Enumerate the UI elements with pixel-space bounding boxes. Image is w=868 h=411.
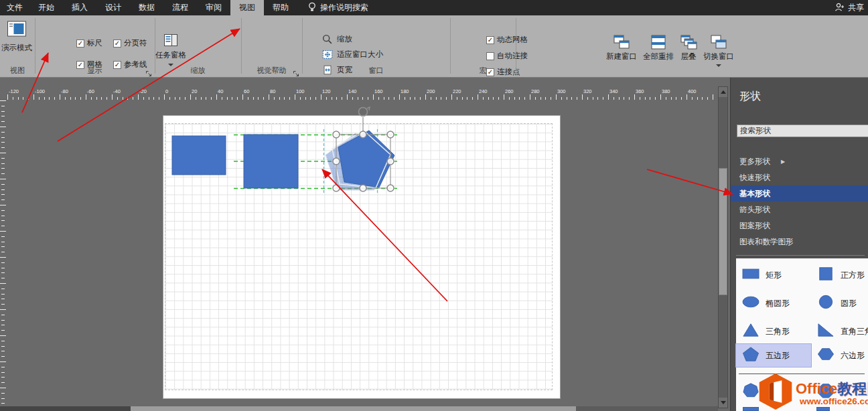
square-icon <box>816 266 835 284</box>
ruler-checkbox-item[interactable]: ✓标尺 <box>76 38 112 48</box>
ruler-label: -120 <box>9 88 19 94</box>
vertical-scrollbar[interactable] <box>718 86 728 408</box>
ellipse-icon <box>741 294 760 313</box>
ruler-label: 20 <box>192 88 197 94</box>
shape-gallery: 矩形正方形椭圆形圆形三角形直角三角五边形六边形 <box>736 258 868 411</box>
stencil-item-quick-shapes[interactable]: 快速形状 <box>731 169 868 185</box>
shape-label: 六边形 <box>841 350 865 361</box>
ruler-tick <box>274 97 275 100</box>
ruler-tick <box>332 97 332 100</box>
tab-view[interactable]: 视图 <box>230 0 264 15</box>
button-label: 切换窗口 <box>703 52 734 62</box>
ruler-tick <box>1 210 5 211</box>
horizontal-scrollbar[interactable] <box>0 406 718 411</box>
group-label: 窗口 <box>302 66 450 76</box>
shape-item-right-triangle[interactable]: 直角三角 <box>811 320 868 343</box>
vertical-scrollbar-thumb[interactable] <box>719 168 727 295</box>
ruler-tick <box>551 97 551 100</box>
ruler-label: -80 <box>61 88 68 94</box>
ruler-tick <box>1 111 5 112</box>
stencil-item-more-shapes[interactable]: 更多形状▶ <box>731 153 868 169</box>
button-label: 演示模式 <box>1 43 32 53</box>
tell-me-search[interactable]: 操作说明搜索 <box>308 0 368 15</box>
ruler-label: 400 <box>688 88 697 94</box>
ruler-tick <box>65 97 66 100</box>
triangle-icon <box>741 322 760 341</box>
stencil-item-arrow-shapes[interactable]: 箭头形状 <box>731 201 868 218</box>
heptagon-icon <box>741 382 760 401</box>
shape-item-octagon[interactable] <box>811 380 868 403</box>
rectangle-icon <box>741 266 760 284</box>
cascade-button[interactable]: 层叠 <box>680 34 697 62</box>
ruler-tick <box>91 97 92 100</box>
ruler-tick <box>0 100 6 101</box>
page-breaks-checkbox[interactable]: ✓ <box>113 39 121 48</box>
ruler-tick <box>358 97 358 100</box>
ruler-tick <box>399 94 400 100</box>
ruler-label: 200 <box>427 88 435 94</box>
shape-item-hexagon[interactable]: 六边形 <box>811 344 868 367</box>
ruler-tick <box>1 142 5 143</box>
drawing-canvas-area[interactable]: -120-100-80-60-40-2002040608010012014016… <box>0 78 730 411</box>
tab-process[interactable]: 流程 <box>163 0 197 15</box>
ruler-tick <box>1 351 5 351</box>
ruler-tick <box>681 97 682 100</box>
ruler-tick <box>571 97 572 100</box>
tab-review[interactable]: 审阅 <box>197 0 230 15</box>
share-button[interactable]: 共享 <box>835 0 864 15</box>
tab-home[interactable]: 开始 <box>29 0 63 15</box>
shape-item-ellipse[interactable]: 椭圆形 <box>736 292 811 315</box>
ruler-tick <box>1 121 5 122</box>
visio-window: 文件 开始插入设计数据流程审阅视图帮助 操作说明搜索 共享 演示模式 视图 <box>0 0 868 411</box>
ruler-tick <box>0 153 6 153</box>
dialog-launcher-icon[interactable] <box>293 68 299 74</box>
presentation-mode-icon <box>7 20 27 39</box>
ruler-tick <box>190 94 191 100</box>
shape-item-circle[interactable]: 圆形 <box>811 292 868 315</box>
ruler-tick <box>0 205 6 206</box>
ruler-checkbox[interactable]: ✓ <box>76 39 84 48</box>
ruler-tick <box>530 94 530 100</box>
shape-label: 正方形 <box>841 270 865 281</box>
shape-item-pentagon[interactable]: 五边形 <box>736 344 811 367</box>
dialog-launcher-icon[interactable] <box>145 68 152 74</box>
ruler-tick <box>1 189 5 190</box>
tab-file[interactable]: 文件 <box>0 0 29 15</box>
ruler-tick <box>707 97 708 100</box>
page-breaks-checkbox-item[interactable]: ✓分页符 <box>113 38 147 48</box>
shape-search-input[interactable] <box>737 125 868 137</box>
ruler-tick <box>28 97 29 100</box>
ruler-tick <box>127 97 128 100</box>
shape-label: 三角形 <box>766 326 790 337</box>
arrange-all-button[interactable]: 全部重排 <box>643 34 674 62</box>
presentation-mode-button[interactable]: 演示模式 <box>0 18 36 53</box>
pentagon-icon <box>741 346 760 365</box>
shape-item-heptagon[interactable] <box>736 380 811 403</box>
ruler-tick <box>420 97 421 100</box>
gallery-row: 五边形六边形 <box>736 344 868 367</box>
switch-windows-button[interactable]: 切换窗口 <box>703 34 734 67</box>
stencil-item-pattern-shapes[interactable]: 图案形状 <box>731 218 868 234</box>
ruler-tick <box>153 97 154 100</box>
shape-item-square[interactable]: 正方形 <box>811 264 868 286</box>
tab-design[interactable]: 设计 <box>96 0 130 15</box>
tab-help[interactable]: 帮助 <box>264 0 297 15</box>
horizontal-scrollbar-thumb[interactable] <box>131 406 576 411</box>
drawing-page[interactable] <box>163 115 561 399</box>
tab-data[interactable]: 数据 <box>130 0 163 15</box>
ruler-label: 40 <box>218 88 223 94</box>
shape-item-rectangle[interactable]: 矩形 <box>736 264 811 286</box>
stencil-item-chart-math-shapes[interactable]: 图表和数学图形 <box>731 234 868 250</box>
scroll-down-button[interactable] <box>719 398 727 408</box>
shape-label: 圆形 <box>841 298 857 309</box>
ruler-tick <box>70 97 71 100</box>
ruler-tick <box>18 97 19 100</box>
tab-insert[interactable]: 插入 <box>63 0 96 15</box>
new-window-button[interactable]: 新建窗口 <box>606 34 637 62</box>
stencil-item-basic-shapes[interactable]: 基本形状 <box>731 185 868 201</box>
ruler-tick <box>284 97 285 100</box>
shape-item-triangle[interactable]: 三角形 <box>736 320 811 343</box>
ruler-tick <box>457 97 457 100</box>
scroll-up-button[interactable] <box>719 87 727 97</box>
ruler-tick <box>253 97 254 100</box>
